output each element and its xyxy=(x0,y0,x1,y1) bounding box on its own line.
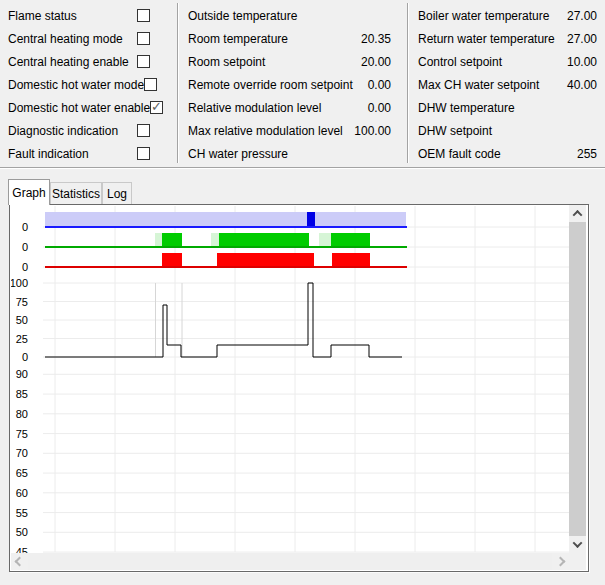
status-value: 40.00 xyxy=(567,78,597,92)
tab-log[interactable]: Log xyxy=(102,182,132,204)
svg-text:75: 75 xyxy=(16,296,28,308)
graph-canvas: 000100755025090858075706560555045 xyxy=(11,205,569,553)
column-separator xyxy=(177,3,178,163)
svg-text:50: 50 xyxy=(16,526,28,538)
status-column-boiler: Boiler water temperature27.00Return wate… xyxy=(418,4,597,165)
svg-text:0: 0 xyxy=(22,351,28,363)
svg-text:85: 85 xyxy=(16,388,28,400)
checkbox[interactable]: ✓ xyxy=(137,147,150,160)
status-value: 20.35 xyxy=(361,32,391,46)
status-label: CH water pressure xyxy=(188,147,288,161)
status-label: Relative modulation level xyxy=(188,101,321,115)
status-label: OEM fault code xyxy=(418,147,501,161)
svg-text:65: 65 xyxy=(16,467,28,479)
status-row: Diagnostic indication✓ xyxy=(8,119,150,142)
status-column-room: Outside temperatureRoom temperature20.35… xyxy=(188,4,391,165)
status-value: 20.00 xyxy=(361,55,391,69)
status-row: Central heating enable✓ xyxy=(8,50,150,73)
status-label: Outside temperature xyxy=(188,9,297,23)
scrollbar-corner xyxy=(569,553,586,570)
status-label: Max relative modulation level xyxy=(188,124,343,138)
status-value: 255 xyxy=(577,147,597,161)
status-label: DHW temperature xyxy=(418,101,515,115)
status-label: Diagnostic indication xyxy=(8,124,118,138)
status-row: Central heating mode✓ xyxy=(8,27,150,50)
status-value: 27.00 xyxy=(567,9,597,23)
status-row: Max CH water setpoint40.00 xyxy=(418,73,597,96)
vertical-scrollbar-thumb[interactable] xyxy=(569,222,586,536)
svg-text:80: 80 xyxy=(16,408,28,420)
status-label: Central heating mode xyxy=(8,32,123,46)
svg-text:0: 0 xyxy=(22,241,28,253)
checkmark-icon: ✓ xyxy=(151,99,162,114)
chevron-up-icon xyxy=(573,210,583,220)
status-label: Boiler water temperature xyxy=(418,9,549,23)
svg-text:55: 55 xyxy=(16,507,28,519)
status-row: Flame status✓ xyxy=(8,4,150,27)
scroll-up-button[interactable] xyxy=(569,205,586,222)
svg-text:0: 0 xyxy=(22,261,28,273)
status-panel: Flame status✓Central heating mode✓Centra… xyxy=(0,0,605,168)
svg-text:45: 45 xyxy=(16,546,28,553)
status-column-flags: Flame status✓Central heating mode✓Centra… xyxy=(8,4,150,165)
status-label: Room setpoint xyxy=(188,55,265,69)
status-label: DHW setpoint xyxy=(418,124,492,138)
chevron-down-icon xyxy=(573,538,583,548)
status-label: Fault indication xyxy=(8,147,89,161)
status-value: 0.00 xyxy=(368,101,391,115)
status-label: Control setpoint xyxy=(418,55,502,69)
status-label: Return water temperature xyxy=(418,32,555,46)
checkbox[interactable]: ✓ xyxy=(137,55,150,68)
svg-text:90: 90 xyxy=(16,368,28,380)
checkbox[interactable]: ✓ xyxy=(144,78,157,91)
status-row: Boiler water temperature27.00 xyxy=(418,4,597,27)
status-row: Domestic hot water enable✓ xyxy=(8,96,150,119)
status-label: Flame status xyxy=(8,9,77,23)
horizontal-scrollbar[interactable] xyxy=(11,553,569,570)
status-row: CH water pressure xyxy=(188,142,391,165)
column-separator xyxy=(407,3,408,163)
status-value: 10.00 xyxy=(567,55,597,69)
status-row: DHW setpoint xyxy=(418,119,597,142)
otmonitor-window: Flame status✓Central heating mode✓Centra… xyxy=(0,0,605,585)
status-row: DHW temperature xyxy=(418,96,597,119)
chevron-left-icon xyxy=(15,557,25,567)
tab-statistics[interactable]: Statistics xyxy=(50,182,102,204)
status-row: Room setpoint20.00 xyxy=(188,50,391,73)
vertical-scrollbar[interactable] xyxy=(569,205,586,553)
scroll-left-button[interactable] xyxy=(11,553,28,570)
tab-graph[interactable]: Graph xyxy=(8,179,50,205)
status-label: Max CH water setpoint xyxy=(418,78,539,92)
status-value: 100.00 xyxy=(354,124,391,138)
status-label: Central heating enable xyxy=(8,55,129,69)
scroll-right-button[interactable] xyxy=(552,553,569,570)
svg-text:25: 25 xyxy=(16,333,28,345)
status-label: Room temperature xyxy=(188,32,288,46)
status-label: Domestic hot water mode xyxy=(8,78,144,92)
status-row: Fault indication✓ xyxy=(8,142,150,165)
status-row: Control setpoint10.00 xyxy=(418,50,597,73)
status-row: Room temperature20.35 xyxy=(188,27,391,50)
checkbox[interactable]: ✓ xyxy=(150,101,163,114)
checkbox[interactable]: ✓ xyxy=(137,124,150,137)
status-label: Domestic hot water enable xyxy=(8,101,150,115)
svg-text:70: 70 xyxy=(16,447,28,459)
svg-text:50: 50 xyxy=(16,314,28,326)
svg-text:100: 100 xyxy=(11,277,28,289)
status-label: Remote override room setpoint xyxy=(188,78,353,92)
svg-text:0: 0 xyxy=(22,221,28,233)
scroll-down-button[interactable] xyxy=(569,536,586,553)
status-row: Relative modulation level0.00 xyxy=(188,96,391,119)
status-row: Remote override room setpoint0.00 xyxy=(188,73,391,96)
status-row: Max relative modulation level100.00 xyxy=(188,119,391,142)
status-row: Outside temperature xyxy=(188,4,391,27)
status-value: 0.00 xyxy=(368,78,391,92)
status-row: Return water temperature27.00 xyxy=(418,27,597,50)
status-row: OEM fault code255 xyxy=(418,142,597,165)
checkbox[interactable]: ✓ xyxy=(137,9,150,22)
status-value: 27.00 xyxy=(567,32,597,46)
svg-text:60: 60 xyxy=(16,487,28,499)
status-row: Domestic hot water mode✓ xyxy=(8,73,150,96)
checkbox[interactable]: ✓ xyxy=(137,32,150,45)
chevron-right-icon xyxy=(556,557,566,567)
